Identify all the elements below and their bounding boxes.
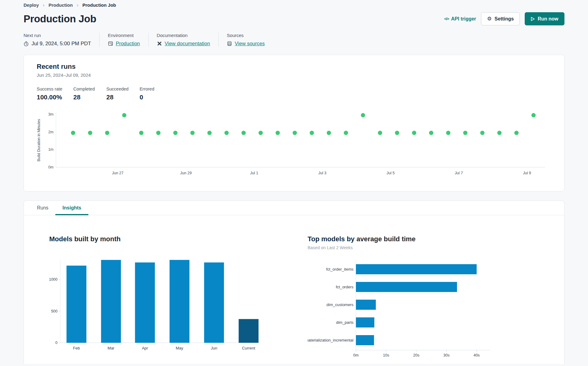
run-now-button[interactable]: Run now (525, 12, 564, 25)
breadcrumb-deploy[interactable]: Deploy (24, 2, 39, 8)
svg-text:Mar: Mar (108, 346, 115, 350)
build-duration-chart: 0m1m2m3mJun 27Jun 29Jul 1Jul 3Jul 5Jul 7… (42, 110, 547, 178)
svg-text:2m: 2m (48, 130, 54, 134)
svg-text:30s: 30s (443, 353, 449, 357)
stat-label: Errored (139, 86, 155, 92)
documentation-column: Documentation View documentation (148, 33, 218, 47)
tab-runs[interactable]: Runs (30, 201, 55, 215)
breadcrumb-production[interactable]: Production (49, 2, 73, 8)
next-run-value: Jul 9, 2024, 5:00 PM PDT (31, 41, 91, 47)
recent-runs-title: Recent runs (37, 62, 552, 71)
top-models-chart: 0m10s20s30s40sfct_order_itemsfct_ordersd… (308, 258, 552, 361)
database-icon (227, 41, 232, 46)
dbt-docs-icon (157, 41, 162, 46)
sources-label: Sources (227, 33, 265, 38)
environment-icon (108, 41, 113, 46)
clock-icon (24, 41, 29, 46)
page-header: Production Job </> API trigger ⚙ Setting… (24, 12, 564, 25)
svg-text:Jun 27: Jun 27 (112, 171, 124, 175)
play-icon (531, 17, 535, 21)
svg-text:10s: 10s (383, 353, 389, 357)
next-run-column: Next run Jul 9, 2024, 5:00 PM PDT (24, 33, 99, 47)
environment-column: Environment Production (99, 33, 148, 47)
run-now-label: Run now (538, 16, 558, 22)
header-actions: </> API trigger ⚙ Settings Run now (444, 12, 564, 25)
svg-text:20s: 20s (413, 353, 419, 357)
documentation-label: Documentation (157, 33, 210, 38)
build-duration-axis-label: Build Duration in Minutes (37, 110, 42, 171)
svg-text:Current: Current (242, 346, 255, 350)
svg-text:dim_parts: dim_parts (336, 320, 354, 325)
chevron-right-icon: › (43, 2, 45, 8)
breadcrumb: Deploy › Production › Production Job (24, 2, 564, 8)
stat-label: Success rate (37, 86, 62, 92)
svg-text:Jul 1: Jul 1 (250, 171, 258, 175)
tab-insights[interactable]: Insights (55, 201, 88, 215)
api-trigger-link[interactable]: </> API trigger (444, 16, 476, 22)
recent-runs-card: Recent runs Jun 25, 2024–Jul 09, 2024 Su… (24, 55, 564, 191)
build-duration-chart-row: Build Duration in Minutes 0m1m2m3mJun 27… (37, 110, 552, 178)
stat-completed: Completed 28 (73, 86, 95, 101)
settings-button[interactable]: ⚙ Settings (481, 12, 520, 25)
api-trigger-label: API trigger (451, 16, 476, 22)
chevron-right-icon: › (77, 2, 79, 8)
recent-runs-date-range: Jun 25, 2024–Jul 09, 2024 (37, 72, 552, 78)
stat-label: Succeeded (106, 86, 129, 92)
environment-link[interactable]: Production (116, 41, 140, 46)
stat-label: Completed (73, 86, 95, 92)
svg-text:1m: 1m (48, 147, 54, 152)
svg-text:Apr: Apr (142, 346, 148, 350)
svg-text:Feb: Feb (73, 346, 80, 350)
models-built-title: Models built by month (49, 235, 308, 243)
next-run-label: Next run (24, 33, 91, 38)
top-models-title: Top models by average build time (308, 235, 552, 243)
svg-text:500: 500 (51, 309, 57, 313)
environment-label: Environment (108, 33, 140, 38)
svg-text:Jul 7: Jul 7 (455, 171, 463, 175)
job-info-strip: Next run Jul 9, 2024, 5:00 PM PDT Enviro… (24, 33, 564, 47)
svg-text:0: 0 (55, 341, 57, 345)
models-built-chart: 05001000FebMarAprMayJunCurrent (45, 257, 308, 356)
svg-text:Jun 29: Jun 29 (180, 171, 192, 175)
svg-text:dim_customers: dim_customers (327, 302, 354, 307)
view-sources-link[interactable]: View sources (235, 41, 265, 46)
breadcrumb-production-job: Production Job (83, 2, 116, 8)
code-brackets-icon: </> (444, 17, 449, 21)
top-models-subtitle: Based on Last 2 Weeks (308, 245, 552, 250)
job-detail-card: Runs Insights Models built by month 0500… (24, 201, 564, 364)
stat-value: 28 (106, 93, 129, 101)
stat-succeeded: Succeeded 28 (106, 86, 129, 101)
models-built-block: Models built by month 05001000FebMarAprM… (49, 235, 308, 361)
stat-value: 28 (73, 93, 95, 101)
view-documentation-link[interactable]: View documentation (165, 41, 210, 46)
svg-text:Jul 9: Jul 9 (523, 171, 531, 175)
page-title: Production Job (24, 13, 96, 25)
svg-text:May: May (176, 346, 183, 350)
stat-value: 100.00% (37, 93, 62, 101)
top-models-block: Top models by average build time Based o… (308, 235, 552, 361)
svg-text:materialization_incremental: materialization_incremental (308, 338, 353, 342)
svg-text:Jun: Jun (211, 346, 217, 350)
insights-panel: Models built by month 05001000FebMarAprM… (24, 215, 564, 361)
tab-bar: Runs Insights (24, 201, 564, 215)
settings-label: Settings (494, 16, 514, 22)
stat-success-rate: Success rate 100.00% (37, 86, 62, 101)
svg-text:40s: 40s (474, 353, 480, 357)
gear-icon: ⚙ (487, 16, 492, 21)
svg-text:fct_order_items: fct_order_items (326, 267, 353, 272)
svg-text:0m: 0m (353, 353, 358, 357)
stat-errored: Errored 0 (139, 86, 155, 101)
svg-text:3m: 3m (48, 112, 54, 116)
svg-text:0m: 0m (48, 165, 54, 169)
svg-text:Jul 3: Jul 3 (318, 171, 326, 175)
svg-text:fct_orders: fct_orders (336, 285, 353, 289)
sources-column: Sources View sources (218, 33, 273, 47)
recent-runs-stats: Success rate 100.00% Completed 28 Succee… (37, 86, 552, 101)
page: Deploy › Production › Production Job Pro… (0, 0, 588, 366)
svg-text:Jul 5: Jul 5 (386, 171, 394, 175)
svg-text:1000: 1000 (49, 277, 57, 282)
stat-value: 0 (139, 93, 155, 101)
